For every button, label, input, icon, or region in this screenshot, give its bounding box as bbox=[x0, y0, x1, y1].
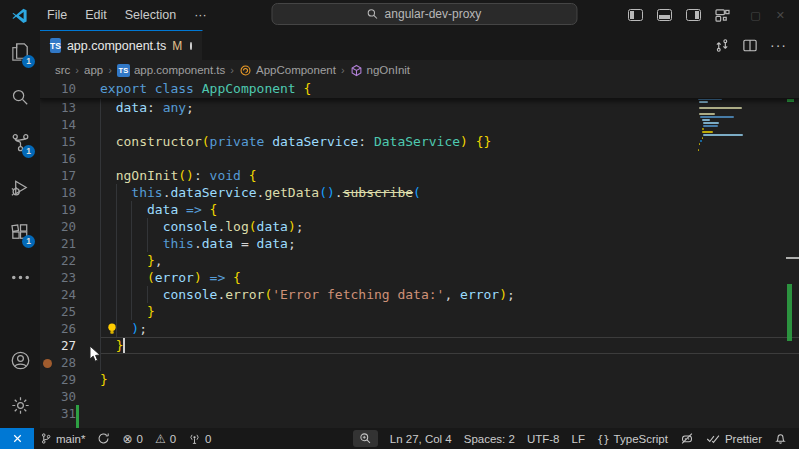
code-line-13[interactable]: 13 data: any; bbox=[40, 99, 799, 116]
code-line-24[interactable]: 24 console.error('Error fetching data:',… bbox=[40, 286, 799, 303]
open-changes-icon[interactable] bbox=[715, 38, 730, 53]
line-content[interactable]: ); bbox=[100, 320, 799, 337]
status-copilot-disabled[interactable] bbox=[674, 428, 700, 449]
status-remote[interactable] bbox=[0, 428, 34, 449]
sticky-scroll-line[interactable]: 10export class AppComponent { bbox=[40, 80, 799, 99]
line-number[interactable]: 17 bbox=[40, 167, 84, 184]
line-number[interactable]: 21 bbox=[40, 235, 84, 252]
line-number[interactable]: 23 bbox=[40, 269, 84, 286]
code-line-14[interactable]: 14 bbox=[40, 116, 799, 133]
code-line-27[interactable]: 27 } bbox=[40, 337, 799, 354]
status-encoding[interactable]: UTF-8 bbox=[521, 428, 566, 449]
status-warnings[interactable]: ⚠0 bbox=[149, 428, 182, 449]
line-number[interactable]: 14 bbox=[40, 116, 84, 133]
line-content[interactable]: } bbox=[100, 371, 799, 388]
activity-source-control-icon[interactable]: 1 bbox=[0, 120, 40, 165]
status-prettier[interactable]: Prettier bbox=[700, 428, 768, 449]
customize-layout-button[interactable] bbox=[715, 9, 730, 22]
status-ports[interactable]: 0 bbox=[182, 428, 217, 449]
line-content[interactable] bbox=[100, 116, 799, 133]
code-line-23[interactable]: 23 (error) => { bbox=[40, 269, 799, 286]
line-number[interactable]: 16 bbox=[40, 150, 84, 167]
status-branch[interactable]: main* bbox=[34, 428, 91, 449]
line-content[interactable]: this.dataService.getData().subscribe( bbox=[100, 184, 799, 201]
tab-app-component-ts[interactable]: TS app.component.ts M bbox=[40, 30, 203, 60]
line-number[interactable]: 20 bbox=[40, 218, 84, 235]
line-content[interactable]: ngOnInit(): void { bbox=[100, 167, 799, 184]
breadcrumb-item-appcomponent[interactable]: AppComponent bbox=[239, 64, 336, 77]
breadcrumb-item-ngoninit[interactable]: ngOnInit bbox=[350, 64, 410, 77]
status-zoom[interactable] bbox=[353, 430, 378, 447]
line-number[interactable]: 15 bbox=[40, 133, 84, 150]
line-content[interactable]: export class AppComponent { bbox=[100, 80, 799, 98]
status-cursor-position[interactable]: Ln 27, Col 4 bbox=[384, 428, 458, 449]
menu-file[interactable]: File bbox=[38, 4, 76, 26]
toggle-panel-button[interactable] bbox=[657, 9, 672, 21]
code-line-25[interactable]: 25 } bbox=[40, 303, 799, 320]
code-line-17[interactable]: 17 ngOnInit(): void { bbox=[40, 167, 799, 184]
activity-extensions-icon[interactable]: 1 bbox=[0, 210, 40, 255]
breadcrumb-item-app-component-ts[interactable]: TSapp.component.ts bbox=[117, 64, 225, 77]
activity-settings-icon[interactable] bbox=[0, 383, 40, 428]
line-content[interactable]: data => { bbox=[100, 201, 799, 218]
line-content[interactable]: }, bbox=[100, 252, 799, 269]
window-controls[interactable]: ▢ ✕ bbox=[750, 9, 791, 22]
line-number[interactable]: 10 bbox=[40, 80, 84, 98]
code-line-29[interactable]: 29} bbox=[40, 371, 799, 388]
line-content[interactable]: (error) => { bbox=[100, 269, 799, 286]
status-errors[interactable]: ⊗0 bbox=[116, 428, 148, 449]
menu-edit[interactable]: Edit bbox=[76, 4, 116, 26]
more-actions-icon[interactable]: ··· bbox=[770, 37, 787, 53]
code-line-31[interactable]: 31 bbox=[40, 405, 799, 422]
menu-selection[interactable]: Selection bbox=[116, 4, 185, 26]
line-number[interactable]: 22 bbox=[40, 252, 84, 269]
line-content[interactable]: this.data = data; bbox=[100, 235, 799, 252]
activity-account-icon[interactable] bbox=[0, 338, 40, 383]
line-content[interactable] bbox=[100, 150, 799, 167]
code-line-26[interactable]: 26 ); bbox=[40, 320, 799, 337]
line-number[interactable]: 19 bbox=[40, 201, 84, 218]
activity-explorer-icon[interactable]: 1 bbox=[0, 30, 40, 75]
code-editor[interactable]: 10export class AppComponent { 13 data: a… bbox=[40, 80, 799, 428]
line-number[interactable]: 27 bbox=[40, 337, 84, 354]
sticky-line-10[interactable]: 10export class AppComponent { bbox=[40, 80, 799, 98]
line-content[interactable] bbox=[100, 354, 799, 371]
line-content[interactable] bbox=[100, 388, 799, 405]
status-sync[interactable] bbox=[91, 428, 116, 449]
line-number[interactable]: 24 bbox=[40, 286, 84, 303]
status-notifications[interactable] bbox=[768, 428, 793, 449]
lightbulb-icon[interactable] bbox=[106, 322, 118, 335]
unsaved-dot-icon[interactable] bbox=[190, 42, 192, 50]
line-number[interactable]: 18 bbox=[40, 184, 84, 201]
code-line-21[interactable]: 21 this.data = data; bbox=[40, 235, 799, 252]
line-content[interactable]: } bbox=[100, 337, 799, 354]
activity-run-debug-icon[interactable] bbox=[0, 165, 40, 210]
breadcrumb-item-src[interactable]: src bbox=[55, 64, 70, 76]
command-center-search[interactable]: angular-dev-proxy bbox=[271, 3, 577, 25]
status-indentation[interactable]: Spaces: 2 bbox=[458, 428, 521, 449]
menu-moremoremore[interactable]: ··· bbox=[185, 4, 216, 26]
code-line-20[interactable]: 20 console.log(data); bbox=[40, 218, 799, 235]
code-line-15[interactable]: 15 constructor(private dataService: Data… bbox=[40, 133, 799, 150]
line-number[interactable]: 30 bbox=[40, 388, 84, 405]
line-number[interactable]: 13 bbox=[40, 99, 84, 116]
line-number[interactable]: 26 bbox=[40, 320, 84, 337]
toggle-primary-sidebar-button[interactable] bbox=[628, 9, 643, 21]
line-number[interactable]: 29 bbox=[40, 371, 84, 388]
code-line-30[interactable]: 30 bbox=[40, 388, 799, 405]
code-line-18[interactable]: 18 this.dataService.getData().subscribe( bbox=[40, 184, 799, 201]
activity-more-icon[interactable] bbox=[0, 255, 40, 300]
code-line-28[interactable]: 28 bbox=[40, 354, 799, 371]
code-line-16[interactable]: 16 bbox=[40, 150, 799, 167]
line-content[interactable]: console.log(data); bbox=[100, 218, 799, 235]
code-line-19[interactable]: 19 data => { bbox=[40, 201, 799, 218]
minimap[interactable] bbox=[698, 98, 760, 158]
split-editor-icon[interactable] bbox=[743, 39, 757, 52]
line-content[interactable]: } bbox=[100, 303, 799, 320]
line-content[interactable]: constructor(private dataService: DataSer… bbox=[100, 133, 799, 150]
toggle-secondary-sidebar-button[interactable] bbox=[686, 9, 701, 21]
line-content[interactable] bbox=[100, 405, 799, 422]
activity-search-icon[interactable] bbox=[0, 75, 40, 120]
breakpoint-dot[interactable] bbox=[43, 359, 52, 368]
line-number[interactable]: 25 bbox=[40, 303, 84, 320]
